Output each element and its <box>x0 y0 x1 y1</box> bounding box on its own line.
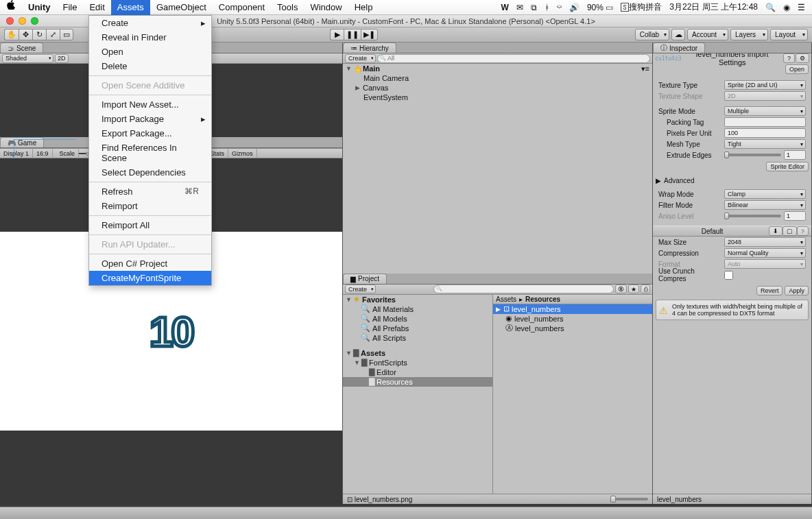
menu-item-refresh[interactable]: Refresh⌘R <box>89 184 211 199</box>
search-filter-icon[interactable]: ⦿ <box>615 285 627 293</box>
ppu-input[interactable]: 100 <box>724 128 806 138</box>
advanced-foldout[interactable]: ▶Advanced <box>653 176 811 186</box>
status-bluetooth-icon[interactable]: ᚼ <box>545 3 549 12</box>
search-label-icon[interactable]: ⎙ <box>641 285 650 293</box>
menu-app[interactable]: Unity <box>22 0 57 15</box>
menu-item-export-package-[interactable]: Export Package... <box>89 126 211 141</box>
menu-item-open-c-project[interactable]: Open C# Project <box>89 256 211 271</box>
2d-toggle[interactable]: 2D <box>55 54 69 63</box>
menu-item-reveal-in-finder[interactable]: Reveal in Finder <box>89 30 211 45</box>
mesh-type-dropdown[interactable]: Tight <box>724 139 806 149</box>
aniso-slider <box>724 215 781 217</box>
scene-tab[interactable]: ⪾ Scene <box>0 43 43 53</box>
menu-item-find-references-in-scene[interactable]: Find References In Scene <box>89 141 211 165</box>
search-type-icon[interactable]: ★ <box>628 285 639 293</box>
game-preview-text: 10 <box>150 307 193 356</box>
menu-help[interactable]: Help <box>348 0 379 15</box>
compression-dropdown[interactable]: Normal Quality <box>724 248 806 258</box>
play-button[interactable]: ▶ <box>330 29 344 40</box>
menu-item-create[interactable]: Create <box>89 16 211 30</box>
platform-android-icon[interactable]: ⍩ <box>797 226 809 236</box>
project-folders[interactable]: ▼★ Favorites 🔍 All Materials 🔍 All Model… <box>343 295 493 494</box>
shading-dropdown[interactable]: Shaded <box>2 54 53 63</box>
texture-type-dropdown[interactable]: Sprite (2D and UI) <box>724 80 806 90</box>
menu-item-open[interactable]: Open <box>89 45 211 59</box>
status-volume-icon[interactable]: 🔊 <box>569 3 580 12</box>
hierarchy-item[interactable]: ▶Canvas <box>343 83 652 93</box>
project-files[interactable]: Assets ▸ Resources ▶⊡ level_numbers ◉ le… <box>493 295 652 494</box>
menu-window[interactable]: Window <box>304 0 348 15</box>
wrap-mode-dropdown[interactable]: Clamp <box>724 189 806 199</box>
menu-item-reimport-all[interactable]: Reimport All <box>89 218 211 232</box>
thumbnail-size-slider[interactable] <box>610 498 648 500</box>
sprite-mode-dropdown[interactable]: Multiple <box>724 106 806 116</box>
gear-icon[interactable]: ⚙ <box>796 53 809 63</box>
filter-mode-dropdown[interactable]: Bilinear <box>724 200 806 210</box>
platform-ios-icon[interactable]: ▢ <box>783 226 797 236</box>
menu-item-import-new-asset-[interactable]: Import New Asset... <box>89 97 211 112</box>
menu-file[interactable]: File <box>57 0 84 15</box>
status-dropbox-icon[interactable]: ⧉ <box>531 3 537 12</box>
hierarchy-item[interactable]: Main Camera <box>343 73 652 83</box>
sprite-editor-button[interactable]: Sprite Editor <box>766 162 809 171</box>
asset-texture[interactable]: ▶⊡ level_numbers <box>493 304 652 314</box>
menu-item-reimport[interactable]: Reimport <box>89 199 211 213</box>
menu-edit[interactable]: Edit <box>83 0 110 15</box>
account-dropdown[interactable]: Account <box>687 29 728 40</box>
apply-button[interactable]: Apply <box>785 286 809 295</box>
hierarchy-item[interactable]: EventSystem <box>343 93 652 102</box>
menu-assets[interactable]: Assets <box>111 0 150 15</box>
menu-tools[interactable]: Tools <box>271 0 304 15</box>
apple-logo[interactable] <box>0 0 22 15</box>
gizmos-dropdown[interactable]: Gizmos <box>228 148 257 158</box>
collab-dropdown[interactable]: Collab <box>635 29 669 40</box>
asset-font[interactable]: Ⓐ level_numbers <box>493 324 652 333</box>
pause-button[interactable]: ❚❚ <box>344 29 361 40</box>
scene-root[interactable]: ▼👆Main▾≡ <box>343 64 652 73</box>
status-battery[interactable]: 90% ▭ <box>587 3 613 12</box>
rotate-tool[interactable]: ↻ <box>32 29 46 40</box>
platform-standalone-icon[interactable]: ⬇ <box>769 226 783 236</box>
status-w-icon[interactable]: W <box>501 3 509 12</box>
project-search[interactable] <box>433 285 614 293</box>
rect-tool[interactable]: ▭ <box>60 29 73 40</box>
help-icon[interactable]: ? <box>783 53 795 63</box>
status-ime[interactable]: 🅂 搜狗拼音 <box>621 1 662 13</box>
layout-dropdown[interactable]: Layout <box>770 29 808 40</box>
menu-item-delete[interactable]: Delete <box>89 59 211 73</box>
hierarchy-tab[interactable]: ≔ Hierarchy <box>343 43 396 53</box>
hierarchy-tree[interactable]: ▼👆Main▾≡ Main Camera ▶Canvas EventSystem <box>343 64 652 274</box>
platform-tabs[interactable]: Default ⬇ ▢ ⍩ <box>653 226 811 237</box>
step-button[interactable]: ▶❚ <box>361 29 378 40</box>
status-mail-icon[interactable]: ✉ <box>516 3 523 12</box>
menu-gameobject[interactable]: GameObject <box>150 0 213 15</box>
status-date[interactable]: 3月22日 周三 上午12:48 <box>669 1 758 13</box>
status-notif-icon[interactable]: ☰ <box>798 3 805 12</box>
project-breadcrumb[interactable]: Assets ▸ Resources <box>493 295 652 304</box>
cloud-button[interactable]: ☁ <box>671 29 685 40</box>
revert-button[interactable]: Revert <box>756 286 783 295</box>
menu-item-select-dependencies[interactable]: Select Dependencies <box>89 165 211 180</box>
extrude-slider[interactable] <box>724 154 781 156</box>
hand-tool[interactable]: ✋ <box>4 29 19 40</box>
inspector-tab[interactable]: ⓘ Inspector <box>653 43 705 53</box>
asset-material[interactable]: ◉ level_numbers <box>493 314 652 324</box>
menu-item-createmyfontsprite[interactable]: CreateMyFontSprite <box>89 271 211 285</box>
hierarchy-create-dropdown[interactable]: Create <box>345 54 376 63</box>
scale-tool[interactable]: ⤢ <box>46 29 60 40</box>
packing-tag-input[interactable] <box>724 117 806 127</box>
layers-dropdown[interactable]: Layers <box>730 29 768 40</box>
open-button[interactable]: Open <box>785 64 809 74</box>
status-wifi-icon[interactable]: ⌔ <box>557 3 562 12</box>
hierarchy-search[interactable]: All <box>377 54 650 63</box>
crunch-checkbox[interactable] <box>724 271 733 280</box>
menu-component[interactable]: Component <box>213 0 271 15</box>
inspector-footer: level_numbers <box>653 494 811 504</box>
status-spotlight-icon[interactable]: 🔍 <box>765 3 776 12</box>
menu-item-import-package[interactable]: Import Package <box>89 112 211 126</box>
project-tab[interactable]: ▆ Project <box>343 274 387 284</box>
max-size-dropdown[interactable]: 2048 <box>724 237 806 247</box>
move-tool[interactable]: ✥ <box>19 29 32 40</box>
status-siri-icon[interactable]: ◉ <box>783 3 790 12</box>
project-create-dropdown[interactable]: Create <box>345 285 376 293</box>
